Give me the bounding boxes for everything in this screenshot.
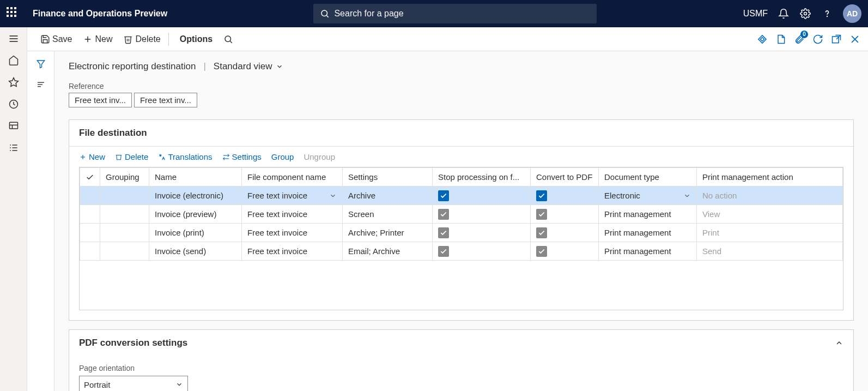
grid-new-button[interactable]: New <box>79 152 105 161</box>
table-row[interactable]: Invoice (send)Free text invoiceEmail; Ar… <box>80 242 843 261</box>
pm-action-cell[interactable]: Send <box>697 242 843 261</box>
view-selector[interactable]: Standard view <box>214 61 283 72</box>
funnel-icon[interactable] <box>35 58 47 70</box>
svg-point-20 <box>225 36 231 42</box>
pm-action-cell[interactable]: No action <box>697 187 843 205</box>
workspace-icon[interactable] <box>8 120 20 132</box>
home-icon[interactable] <box>8 55 20 67</box>
file-destination-header[interactable]: File destination <box>69 120 853 146</box>
search-input[interactable] <box>334 9 590 19</box>
bell-icon[interactable] <box>778 8 790 20</box>
grouping-cell[interactable] <box>100 242 149 261</box>
app-launcher-icon[interactable] <box>7 7 20 20</box>
grid-header-row: Grouping Name File component name Settin… <box>80 168 843 187</box>
close-icon[interactable] <box>849 34 860 45</box>
company-code[interactable]: USMF <box>743 9 768 19</box>
action-search-button[interactable] <box>218 34 239 44</box>
checkbox[interactable] <box>438 246 449 257</box>
related-icon[interactable] <box>35 79 47 91</box>
convert-cell[interactable] <box>531 187 599 205</box>
settings-button[interactable]: Settings <box>222 152 262 161</box>
row-select-cell[interactable] <box>80 224 100 242</box>
row-select-cell[interactable] <box>80 187 100 205</box>
table-row[interactable]: Invoice (print)Free text invoiceArchive;… <box>80 224 843 242</box>
new-button[interactable]: New <box>77 34 118 44</box>
row-select-cell[interactable] <box>80 205 100 224</box>
settings-cell[interactable]: Archive <box>343 187 433 205</box>
col-doctype[interactable]: Document type <box>599 168 697 187</box>
file-component-cell[interactable]: Free text invoice <box>242 242 343 261</box>
pdf-settings-header[interactable]: PDF conversion settings <box>69 330 853 356</box>
name-cell[interactable]: Invoice (print) <box>149 224 242 242</box>
diamond-icon[interactable] <box>757 34 768 45</box>
avatar[interactable]: AD <box>843 4 861 23</box>
doctype-cell[interactable]: Electronic <box>599 187 697 205</box>
checkbox[interactable] <box>438 227 449 238</box>
delete-button[interactable]: Delete <box>118 34 166 44</box>
refresh-icon[interactable] <box>812 34 823 45</box>
convert-cell[interactable] <box>531 242 599 261</box>
grid-delete-button[interactable]: Delete <box>115 152 148 161</box>
settings-cell[interactable]: Archive; Printer <box>343 224 433 242</box>
translations-button[interactable]: Translations <box>158 152 212 161</box>
save-button[interactable]: Save <box>35 34 77 44</box>
file-component-cell[interactable]: Free text invoice <box>242 224 343 242</box>
pm-action-cell[interactable]: View <box>697 205 843 224</box>
checkbox[interactable] <box>536 246 547 257</box>
table-row[interactable]: Invoice (preview)Free text invoiceScreen… <box>80 205 843 224</box>
svg-point-2 <box>804 13 807 15</box>
grouping-cell[interactable] <box>100 205 149 224</box>
file-component-cell[interactable]: Free text invoice <box>242 187 343 205</box>
col-file-component[interactable]: File component name <box>242 168 343 187</box>
checkbox[interactable] <box>536 209 547 220</box>
star-icon[interactable] <box>8 76 20 88</box>
doctype-cell[interactable]: Print management <box>599 224 697 242</box>
convert-cell[interactable] <box>531 224 599 242</box>
file-component-cell[interactable]: Free text invoice <box>242 205 343 224</box>
orientation-dropdown[interactable]: Portrait <box>79 376 188 391</box>
stop-cell[interactable] <box>433 205 531 224</box>
checkbox[interactable] <box>536 190 547 201</box>
convert-cell[interactable] <box>531 205 599 224</box>
settings-cell[interactable]: Screen <box>343 205 433 224</box>
popout-icon[interactable] <box>831 34 842 45</box>
col-grouping[interactable]: Grouping <box>100 168 149 187</box>
col-convert[interactable]: Convert to PDF <box>531 168 599 187</box>
reference-label: Reference <box>69 82 854 91</box>
name-cell[interactable]: Invoice (electronic) <box>149 187 242 205</box>
office-icon[interactable] <box>775 34 786 45</box>
name-cell[interactable]: Invoice (preview) <box>149 205 242 224</box>
reference-pill[interactable]: Free text inv... <box>69 93 132 107</box>
name-cell[interactable]: Invoice (send) <box>149 242 242 261</box>
col-pm-action[interactable]: Print management action <box>697 168 843 187</box>
doctype-cell[interactable]: Print management <box>599 242 697 261</box>
table-row[interactable]: Invoice (electronic)Free text invoiceArc… <box>80 187 843 205</box>
col-stop[interactable]: Stop processing on f... <box>433 168 531 187</box>
gear-icon[interactable] <box>799 8 811 20</box>
doctype-cell[interactable]: Print management <box>599 205 697 224</box>
checkbox[interactable] <box>438 190 449 201</box>
row-select-cell[interactable] <box>80 242 100 261</box>
search-box[interactable] <box>313 4 597 23</box>
hamburger-icon[interactable] <box>8 33 20 45</box>
options-button[interactable]: Options <box>174 34 218 44</box>
select-all-header[interactable] <box>80 168 100 187</box>
grouping-cell[interactable] <box>100 187 149 205</box>
stop-cell[interactable] <box>433 242 531 261</box>
group-button[interactable]: Group <box>271 152 294 161</box>
reference-pill[interactable]: Free text inv... <box>134 93 197 107</box>
checkbox[interactable] <box>438 209 449 220</box>
pm-action-cell[interactable]: Print <box>697 224 843 242</box>
attach-button[interactable]: 0 <box>794 34 805 45</box>
help-icon[interactable] <box>821 8 833 20</box>
stop-cell[interactable] <box>433 187 531 205</box>
grouping-cell[interactable] <box>100 224 149 242</box>
settings-cell[interactable]: Email; Archive <box>343 242 433 261</box>
chevron-down-icon <box>329 192 337 200</box>
stop-cell[interactable] <box>433 224 531 242</box>
recent-icon[interactable] <box>8 98 20 110</box>
col-name[interactable]: Name <box>149 168 242 187</box>
checkbox[interactable] <box>536 227 547 238</box>
modules-icon[interactable] <box>8 142 20 154</box>
col-settings[interactable]: Settings <box>343 168 433 187</box>
